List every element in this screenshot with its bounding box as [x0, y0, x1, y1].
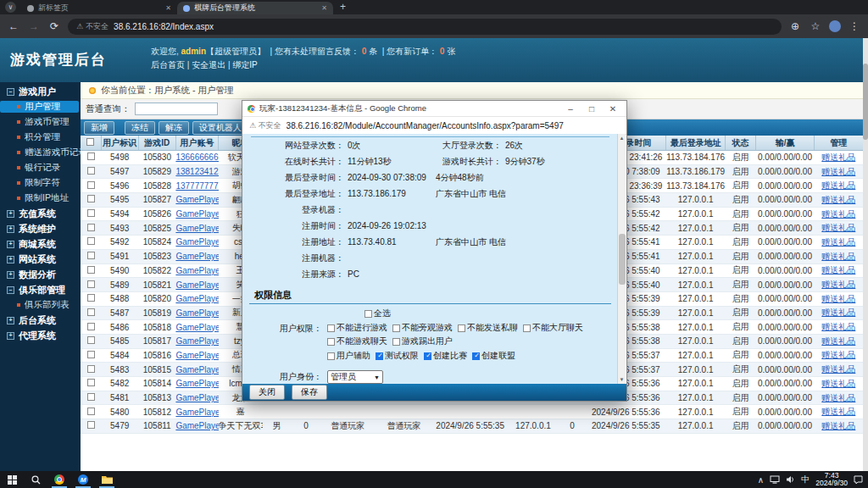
account-link[interactable]: GamePlayer: [175, 195, 218, 204]
row-checkbox[interactable]: [87, 351, 95, 358]
top-toolbar-button-设置机器人[interactable]: 设置机器人: [192, 121, 248, 135]
gift-link[interactable]: 赠送礼品: [821, 407, 855, 416]
popup-titlebar[interactable]: 玩家-13812341234-基本信息 - Google Chrome – □ …: [242, 101, 626, 117]
gift-link[interactable]: 赠送礼品: [821, 237, 855, 247]
minimize-button[interactable]: –: [562, 104, 579, 114]
account-link[interactable]: 13777777777: [175, 181, 218, 191]
sidebar-item-后台系统[interactable]: +后台系统: [0, 314, 81, 326]
volume-icon[interactable]: [786, 475, 795, 484]
account-link[interactable]: GamePlayer: [175, 209, 218, 219]
file-explorer-icon[interactable]: [95, 471, 119, 488]
row-checkbox[interactable]: [87, 408, 95, 415]
row-checkbox[interactable]: [87, 280, 95, 288]
gift-link[interactable]: 赠送礼品: [821, 167, 855, 176]
ime-indicator[interactable]: 中: [801, 474, 810, 485]
account-link[interactable]: GamePlayer: [175, 280, 218, 290]
account-link[interactable]: GamePlayer: [175, 421, 218, 430]
sidebar-item-系统维护[interactable]: +系统维护: [0, 223, 81, 235]
gift-link[interactable]: 赠送礼品: [821, 195, 855, 204]
account-link[interactable]: GamePlayer: [175, 336, 218, 346]
scroll-up-icon[interactable]: ▲: [618, 134, 626, 142]
sidebar-item-银行记录[interactable]: 银行记录: [0, 162, 81, 174]
account-link[interactable]: GamePlayer: [175, 224, 218, 233]
row-checkbox[interactable]: [87, 336, 95, 344]
perm-checkbox-测试权限[interactable]: [376, 352, 383, 360]
sidebar-item-游戏用户[interactable]: –游戏用户: [0, 86, 81, 97]
header-link-1[interactable]: 安全退出: [192, 60, 225, 69]
sidebar-item-俱乐部管理[interactable]: –俱乐部管理: [0, 284, 81, 296]
gift-link[interactable]: 赠送礼品: [821, 152, 855, 162]
chrome-app-icon[interactable]: [47, 471, 71, 488]
account-link[interactable]: GamePlayer: [175, 351, 218, 360]
search-input[interactable]: [135, 103, 218, 115]
gift-link[interactable]: 赠送礼品: [821, 294, 855, 303]
start-button[interactable]: [0, 471, 24, 488]
account-link[interactable]: 13666666666: [175, 152, 218, 162]
row-checkbox[interactable]: [87, 421, 95, 429]
gift-link[interactable]: 赠送礼品: [821, 180, 855, 190]
row-checkbox[interactable]: [87, 252, 95, 259]
gift-link[interactable]: 赠送礼品: [821, 322, 855, 331]
gift-link[interactable]: 赠送礼品: [821, 350, 855, 359]
header-link-2[interactable]: 绑定IP: [232, 60, 257, 69]
gift-link[interactable]: 赠送礼品: [821, 308, 855, 317]
forward-icon[interactable]: →: [27, 20, 41, 32]
select-all-rows-checkbox[interactable]: [86, 138, 94, 146]
popup-scrollbar[interactable]: ▲ ▼: [617, 134, 626, 384]
tab-search-icon[interactable]: ∨: [5, 2, 16, 13]
row-checkbox[interactable]: [87, 323, 95, 330]
bookmark-star-icon[interactable]: ☆: [809, 20, 822, 32]
profile-avatar[interactable]: [829, 20, 841, 32]
account-link[interactable]: GamePlayer: [175, 237, 218, 247]
sidebar-item-数据分析[interactable]: +数据分析: [0, 269, 81, 280]
row-checkbox[interactable]: [87, 209, 95, 217]
popup-scrollbar-thumb[interactable]: [619, 234, 626, 285]
row-checkbox[interactable]: [87, 365, 95, 373]
save-button[interactable]: 保存: [292, 385, 327, 400]
sidebar-item-商城系统[interactable]: +商城系统: [0, 238, 81, 250]
page-scrollbar[interactable]: [863, 38, 868, 471]
sidebar-item-积分管理[interactable]: 积分管理: [0, 131, 81, 143]
perm-checkbox-创建联盟[interactable]: [472, 352, 480, 360]
menu-kebab-icon[interactable]: ⋮: [848, 20, 861, 32]
account-link[interactable]: GamePlayer: [175, 308, 218, 318]
new-tab-button[interactable]: +: [340, 1, 346, 13]
account-link[interactable]: GamePlayer: [175, 408, 218, 417]
row-checkbox[interactable]: [87, 224, 95, 231]
tray-expand-icon[interactable]: ∧: [758, 475, 764, 485]
row-checkbox[interactable]: [87, 393, 95, 401]
account-link[interactable]: GamePlayer: [175, 266, 218, 275]
account-link[interactable]: 13812341234: [175, 167, 218, 176]
scroll-down-icon[interactable]: ▼: [618, 375, 626, 384]
account-link[interactable]: GamePlayer: [175, 379, 218, 388]
m-app-icon[interactable]: M: [71, 471, 95, 488]
network-icon[interactable]: [770, 475, 780, 484]
perm-checkbox-创建比赛[interactable]: [424, 352, 431, 360]
taskbar-clock[interactable]: 7:432024/9/30: [815, 472, 848, 487]
sidebar-item-赠送游戏币记录[interactable]: 赠送游戏币记录: [0, 147, 81, 158]
row-checkbox[interactable]: [87, 167, 95, 175]
gift-link[interactable]: 赠送礼品: [821, 393, 855, 402]
tab-close-icon[interactable]: ✕: [321, 4, 327, 12]
url-bar[interactable]: ⚠ 不安全 38.6.216.16:82/Index.aspx: [68, 19, 782, 35]
perm-checkbox-不能发送私聊[interactable]: [458, 324, 465, 332]
row-checkbox[interactable]: [87, 181, 95, 189]
top-toolbar-button-解冻[interactable]: 解冻: [159, 121, 189, 135]
gift-link[interactable]: 赠送礼品: [821, 280, 855, 289]
gift-link[interactable]: 赠送礼品: [821, 252, 855, 261]
row-checkbox[interactable]: [87, 266, 95, 274]
select-all-checkbox[interactable]: [364, 310, 372, 318]
page-scrollbar-thumb[interactable]: [863, 64, 868, 140]
top-toolbar-button-新增[interactable]: 新增: [84, 121, 114, 135]
row-checkbox[interactable]: [87, 294, 95, 302]
maximize-button[interactable]: □: [583, 104, 600, 114]
sidebar-item-网站系统[interactable]: +网站系统: [0, 253, 81, 265]
row-checkbox[interactable]: [87, 152, 95, 160]
gift-link[interactable]: 赠送礼品: [821, 379, 855, 388]
sidebar-item-用户管理[interactable]: 用户管理: [0, 101, 79, 113]
perm-checkbox-不能旁观游戏[interactable]: [392, 324, 400, 332]
perm-checkbox-游戏踢出用户[interactable]: [392, 338, 400, 346]
gift-link[interactable]: 赠送礼品: [821, 364, 855, 374]
sidebar-item-游戏币管理[interactable]: 游戏币管理: [0, 116, 81, 128]
sidebar-item-充值系统[interactable]: +充值系统: [0, 208, 81, 219]
